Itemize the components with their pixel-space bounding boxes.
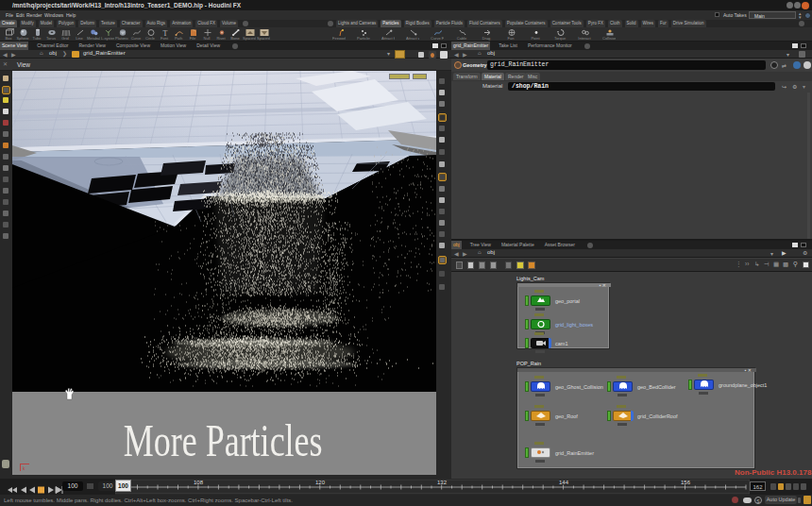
svg-text:144: 144 [559, 480, 569, 485]
svg-text:156: 156 [681, 480, 691, 485]
svg-text:132: 132 [437, 480, 448, 485]
svg-text:120: 120 [315, 480, 326, 485]
svg-text:108: 108 [194, 480, 204, 485]
